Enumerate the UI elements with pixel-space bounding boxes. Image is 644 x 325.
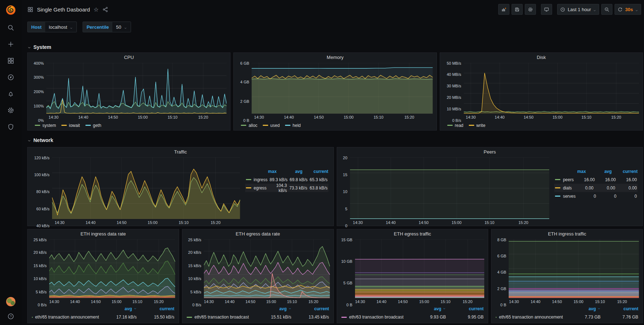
refresh-button[interactable]: 30s [615, 4, 641, 15]
y-tick-label: 15 GB [341, 238, 352, 242]
panel-traffic: Traffic 40 kB/s60 kB/s80 kB/s100 kB/s120… [27, 147, 334, 226]
panel-title[interactable]: ETH ingress data rate [28, 229, 179, 239]
series-swatch [555, 179, 560, 180]
y-axis-labels: 0 B/s5 kB/s10 kB/s15 kB/s20 kB/s25 kB/s [185, 239, 204, 305]
variable-host-label: Host [28, 22, 45, 32]
plot-area[interactable] [350, 157, 550, 219]
panel-title[interactable]: Peers [337, 147, 643, 157]
add-panel-button[interactable] [498, 4, 509, 15]
plot-area[interactable] [46, 63, 227, 114]
y-tick-label: 60 kB/s [36, 207, 50, 211]
x-tick-label: 14:50 [524, 115, 534, 119]
plot-area[interactable] [464, 63, 639, 114]
legend-item[interactable]: alloc [241, 123, 257, 128]
x-tick-label: 15:10 [179, 220, 189, 225]
y-tick-label: 40 MB/s [447, 72, 461, 77]
add-icon[interactable] [7, 41, 14, 48]
variable-percentile[interactable]: Percentile 50 [83, 22, 131, 32]
variable-percentile-value[interactable]: 50 [112, 22, 130, 32]
grafana-logo[interactable] [5, 4, 17, 16]
dashboard-title[interactable]: Single Geth Dasboard [37, 6, 90, 13]
y-axis-labels: 0 B/s10 MB/s20 MB/s30 MB/s40 MB/s50 MB/s [442, 63, 464, 120]
legend-stats: avg current eth/63 transaction broadcast… [337, 305, 488, 323]
search-icon[interactable] [7, 24, 14, 31]
alerting-bell-icon[interactable] [7, 90, 14, 97]
y-tick-label: 2 GB [240, 99, 249, 104]
x-tick-label: 14:50 [108, 115, 118, 119]
panel-eth-ingress-traffic: ETH ingress traffic 0 B2 GB4 GB6 GB8 GB … [491, 229, 643, 323]
legend-stats: avg current eth/65 transaction announcem… [28, 305, 179, 323]
eth-egress-rate-chart [204, 239, 330, 298]
plot-area[interactable] [355, 239, 485, 298]
panel-title[interactable]: Traffic [28, 147, 333, 157]
legend-item[interactable]: iowait [61, 123, 80, 128]
y-tick-label: 20 kB/s [188, 250, 201, 255]
y-tick-label: 5 kB/s [190, 290, 201, 294]
chevron-down-icon [27, 45, 31, 49]
x-tick-label: 14:50 [552, 299, 562, 304]
panel-memory: Memory 0 B2 GB4 GB6 GB 14:3014:4014:5015… [233, 52, 437, 131]
series-swatch [263, 125, 268, 126]
plot-area[interactable] [204, 239, 330, 298]
panel-title[interactable]: ETH ingress traffic [491, 229, 643, 239]
legend-item[interactable]: system [35, 123, 56, 128]
x-tick-label: 15:10 [582, 115, 592, 119]
series-swatch [187, 317, 192, 318]
zoom-out-time-button[interactable] [601, 4, 612, 15]
panel-title[interactable]: ETH egress data rate [182, 229, 333, 239]
share-icon[interactable] [102, 6, 108, 13]
server-admin-shield-icon[interactable] [7, 123, 14, 131]
y-tick-label: 10 MB/s [447, 107, 461, 111]
y-tick-label: 5 kB/s [36, 290, 47, 294]
legend-item[interactable]: write [469, 123, 485, 128]
y-tick-label: 6 GB [497, 254, 506, 258]
save-dashboard-button[interactable] [512, 4, 523, 15]
x-tick-label: 15:00 [266, 299, 276, 304]
explore-compass-icon[interactable] [7, 74, 14, 81]
legend-table: max avg current ingress 89.3 kB/s 69.8 k… [244, 157, 333, 226]
plot-area[interactable] [509, 239, 639, 298]
favorite-star-icon[interactable]: ☆ [94, 6, 99, 13]
x-tick-label: 15:00 [148, 220, 158, 225]
x-tick-label: 14:30 [355, 299, 365, 304]
x-tick-label: 15:00 [112, 299, 122, 304]
y-tick-label: 0 B [346, 303, 353, 307]
variable-host[interactable]: Host localhost [27, 22, 77, 32]
variable-host-value[interactable]: localhost [45, 22, 76, 32]
panel-title[interactable]: CPU [28, 53, 230, 62]
y-tick-label: 4 GB [497, 270, 506, 274]
plot-area[interactable] [52, 157, 240, 219]
legend-item[interactable]: read [447, 123, 463, 128]
panel-title[interactable]: Memory [234, 53, 436, 62]
x-tick-label: 15:20 [611, 115, 621, 119]
series-swatch [246, 179, 251, 180]
user-avatar[interactable] [6, 297, 15, 306]
x-tick-label: 14:40 [377, 299, 387, 304]
legend-item[interactable]: geth [85, 123, 101, 128]
y-tick-label: 2 GB [497, 287, 506, 291]
row-header-network[interactable]: Network [27, 135, 643, 146]
row-header-system[interactable]: System [27, 42, 643, 52]
legend-table: max avg current peers 16.00 16.00 16.00 [553, 157, 643, 226]
series-swatch [35, 125, 40, 126]
plot-area[interactable] [252, 63, 433, 114]
dashboards-icon[interactable] [7, 57, 14, 64]
y-axis-labels: 0 B2 GB4 GB6 GB [236, 63, 252, 120]
legend-item[interactable]: used [263, 123, 280, 128]
legend-item[interactable]: held [285, 123, 301, 128]
panel-title[interactable]: Disk [440, 53, 643, 62]
x-tick-label: 15:00 [552, 115, 563, 119]
cycle-view-tv-button[interactable] [541, 4, 552, 15]
x-tick-label: 14:30 [466, 115, 476, 119]
y-tick-label: 15 [343, 173, 347, 177]
svg-text:?: ? [10, 315, 11, 318]
chevron-down-icon [635, 8, 638, 11]
panel-title[interactable]: ETH egress traffic [337, 229, 488, 239]
plot-area[interactable] [49, 239, 175, 298]
time-range-picker[interactable]: Last 1 hour [557, 4, 599, 15]
y-axis-labels: 0 B2 GB4 GB6 GB8 GB [494, 239, 509, 305]
dashboard-settings-button[interactable] [525, 4, 536, 15]
x-tick-label: 15:10 [374, 115, 384, 119]
help-icon[interactable]: ? [7, 313, 14, 320]
configuration-gear-icon[interactable] [7, 107, 14, 114]
